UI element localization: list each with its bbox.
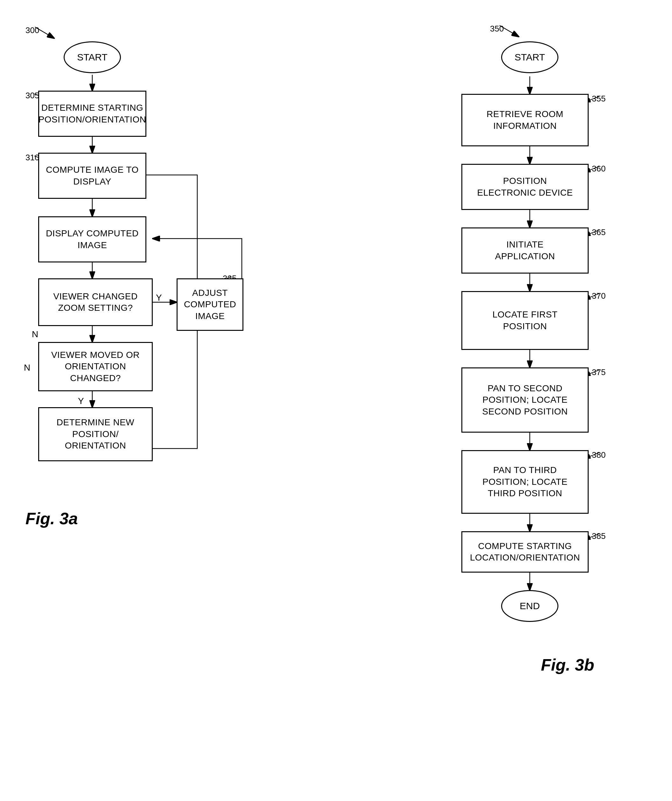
fig3b-end: END	[501, 590, 558, 622]
ref-arrow-355	[599, 97, 618, 106]
fig3b-label: Fig. 3b	[541, 655, 595, 674]
svg-line-16	[35, 27, 54, 38]
node-315: DISPLAY COMPUTED IMAGE	[38, 216, 147, 262]
node-380: PAN TO THIRD POSITION; LOCATE THIRD POSI…	[461, 450, 589, 514]
ref-arrow-3a	[35, 27, 60, 43]
ref-arrow-375	[599, 370, 618, 380]
diagram-container: 300 START 305 DETERMINE STARTING POSITIO…	[0, 0, 672, 801]
label-n1: N	[32, 329, 38, 339]
ref-arrow-360	[599, 166, 618, 176]
node-310: COMPUTE IMAGE TO DISPLAY	[38, 153, 147, 199]
node-305: DETERMINE STARTING POSITION/ORIENTATION	[38, 91, 147, 137]
ref-arrow-385	[599, 534, 618, 543]
node-360: POSITION ELECTRONIC DEVICE	[461, 164, 589, 210]
ref-arrow-380	[599, 453, 618, 462]
node-335: DETERMINE NEW POSITION/ ORIENTATION	[38, 407, 153, 461]
node-365: INITIATE APPLICATION	[461, 227, 589, 273]
ref-arrow-370	[599, 294, 618, 303]
node-370: LOCATE FIRST POSITION	[461, 291, 589, 350]
ref-arrow-3b	[500, 26, 525, 41]
fig3a-start: START	[64, 41, 121, 73]
svg-line-24	[500, 26, 519, 37]
node-375: PAN TO SECOND POSITION; LOCATE SECOND PO…	[461, 367, 589, 433]
label-y2: Y	[78, 396, 84, 406]
ref-arrow-365	[599, 230, 618, 240]
node-320: VIEWER CHANGED ZOOM SETTING?	[38, 278, 153, 326]
fig3a-label: Fig. 3a	[26, 509, 78, 528]
node-385: COMPUTE STARTING LOCATION/ORIENTATION	[461, 531, 589, 573]
node-330: VIEWER MOVED OR ORIENTATION CHANGED?	[38, 342, 153, 391]
label-y: Y	[156, 293, 162, 303]
node-355: RETRIEVE ROOM INFORMATION	[461, 94, 589, 146]
node-325: ADJUST COMPUTED IMAGE	[177, 278, 243, 331]
fig3b-start: START	[501, 41, 558, 73]
label-n2: N	[24, 363, 30, 373]
